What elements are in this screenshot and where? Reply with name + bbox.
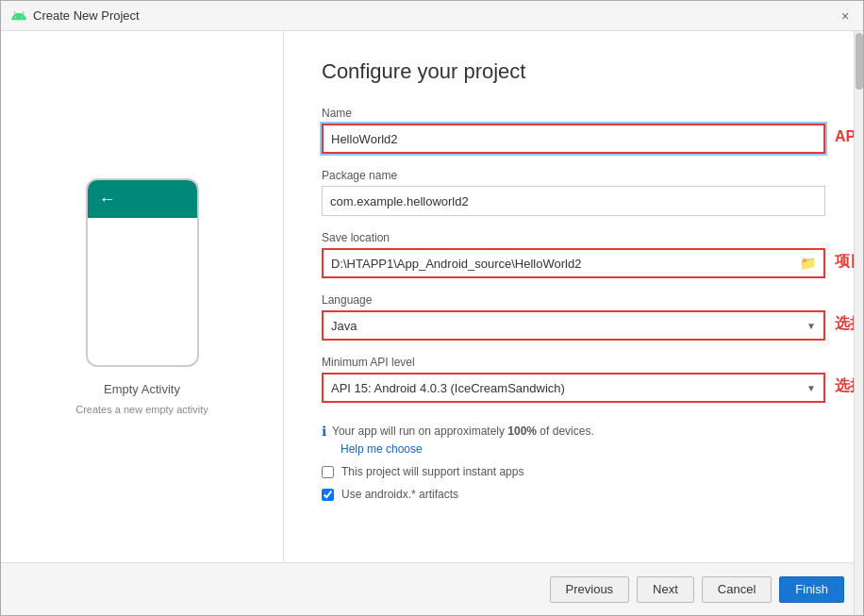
save-location-label: Save location [322, 231, 825, 244]
save-location-form-group: Save location 📁 项目保存的地址 [322, 231, 825, 278]
package-name-form-group: Package name [322, 169, 825, 216]
previous-button[interactable]: Previous [550, 576, 630, 603]
instant-apps-checkbox[interactable] [322, 466, 334, 478]
activity-label: Empty Activity [104, 382, 180, 396]
artifacts-checkbox[interactable] [322, 489, 334, 501]
footer: Previous Next Cancel Finish [1, 562, 863, 615]
info-percent: 100% [507, 425, 537, 438]
info-icon: ℹ [322, 424, 326, 439]
language-dropdown-arrow: ▼ [799, 317, 823, 335]
cancel-button[interactable]: Cancel [702, 576, 772, 603]
min-api-label: Minimum API level [322, 356, 825, 369]
finish-button[interactable]: Finish [779, 576, 844, 603]
save-location-input-wrapper: 📁 [322, 248, 825, 278]
language-select-wrapper: Java Kotlin ▼ [322, 310, 825, 341]
min-api-form-group: Minimum API level API 15: Android 4.0.3 … [322, 356, 825, 403]
android-icon [10, 8, 27, 25]
language-form-group: Language Java Kotlin ▼ 选择Java语言 [322, 293, 825, 341]
title-bar: Create New Project × [1, 1, 863, 31]
action-bar-preview: ← [88, 180, 197, 218]
min-api-select[interactable]: API 15: Android 4.0.3 (IceCreamSandwich)… [324, 375, 799, 401]
language-label: Language [322, 293, 825, 307]
back-arrow-icon: ← [99, 190, 116, 209]
package-name-input[interactable] [322, 186, 825, 216]
help-me-choose-link[interactable]: Help me choose [341, 442, 825, 456]
min-api-select-wrapper: API 15: Android 4.0.3 (IceCreamSandwich)… [322, 373, 825, 403]
creates-label: Creates a new empty activity [75, 404, 208, 415]
save-location-input[interactable] [324, 250, 792, 276]
scrollbar-thumb[interactable] [856, 33, 863, 90]
title-bar-left: Create New Project [10, 8, 140, 25]
dialog-body: ← Empty Activity Creates a new empty act… [1, 31, 863, 562]
info-text-suffix: of devices. [537, 425, 594, 438]
info-text: Your app will run on approximately 100% … [332, 425, 594, 438]
name-form-group: Name APP的名称 [322, 107, 825, 154]
artifacts-label: Use androidx.* artifacts [341, 488, 458, 501]
name-label: Name [322, 107, 825, 120]
min-api-dropdown-arrow: ▼ [799, 379, 823, 397]
language-select[interactable]: Java Kotlin [324, 312, 799, 339]
close-button[interactable]: × [837, 8, 854, 25]
page-title: Configure your project [322, 59, 825, 84]
name-input[interactable] [322, 124, 825, 154]
instant-apps-row: This project will support instant apps [322, 465, 825, 478]
instant-apps-label: This project will support instant apps [341, 465, 523, 478]
scrollbar[interactable] [854, 31, 863, 562]
folder-icon[interactable]: 📁 [792, 252, 823, 275]
right-panel: Configure your project Name APP的名称 Packa… [284, 31, 863, 562]
dialog-title: Create New Project [33, 8, 140, 23]
artifacts-row: Use androidx.* artifacts [322, 488, 825, 501]
info-row: ℹ Your app will run on approximately 100… [322, 424, 825, 439]
phone-preview: ← [86, 178, 199, 367]
info-text-prefix: Your app will run on approximately [332, 425, 507, 438]
create-new-project-dialog: Create New Project × ← Empty Activity Cr… [0, 0, 864, 616]
next-button[interactable]: Next [637, 576, 694, 603]
left-panel: ← Empty Activity Creates a new empty act… [1, 31, 284, 562]
package-name-label: Package name [322, 169, 825, 182]
